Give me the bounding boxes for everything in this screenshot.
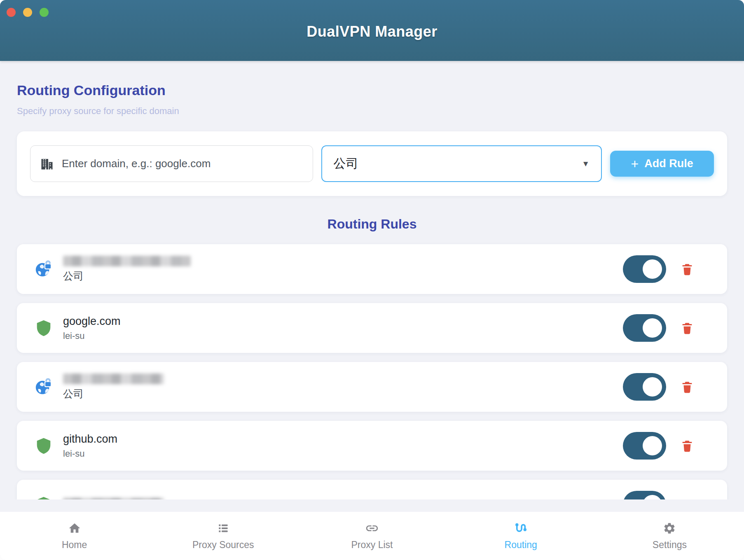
rules-heading: Routing Rules (17, 217, 727, 232)
rule-card: github.com lei-su (17, 421, 727, 471)
page-title: Routing Configuration (17, 82, 727, 98)
trash-icon[interactable] (680, 320, 694, 336)
rule-card (17, 480, 727, 499)
rule-proxy-label: 公司 (63, 387, 164, 401)
shield-icon (34, 495, 53, 500)
trash-icon[interactable] (680, 379, 694, 395)
link-icon (365, 521, 379, 535)
redacted-domain (63, 373, 164, 384)
redacted-domain (63, 256, 191, 266)
home-icon (68, 521, 81, 535)
nav-gap (0, 499, 744, 512)
close-window-button[interactable] (7, 8, 16, 17)
nav-item-settings[interactable]: Settings (595, 521, 744, 551)
rule-card: google.com lei-su (17, 303, 727, 353)
nav-item-home[interactable]: Home (0, 521, 149, 551)
minimize-window-button[interactable] (23, 8, 32, 17)
rule-card: 公司 (17, 362, 727, 412)
rule-card: 公司 (17, 244, 727, 294)
toggle-knob (643, 318, 662, 338)
rule-domain: github.com (63, 433, 117, 446)
page-subtitle: Specify proxy source for specific domain (17, 106, 727, 117)
rule-proxy-label: lei-su (63, 331, 121, 341)
nav-label: Home (62, 539, 87, 551)
list-icon (217, 521, 230, 535)
trash-icon[interactable] (680, 261, 694, 278)
chevron-down-icon: ▼ (582, 159, 590, 168)
nav-label: Proxy Sources (192, 539, 254, 551)
nav-label: Settings (653, 539, 687, 551)
globe-lock-icon (34, 260, 53, 279)
traffic-lights (7, 8, 49, 17)
rule-proxy-label: 公司 (63, 269, 191, 283)
proxy-select-value: 公司 (334, 155, 358, 172)
zoom-window-button[interactable] (40, 8, 49, 17)
rule-toggle[interactable] (623, 314, 666, 342)
routing-page: Routing Configuration Specify proxy sour… (0, 61, 744, 499)
plus-icon: + (631, 157, 639, 170)
add-rule-form: 公司 ▼ + Add Rule (17, 131, 727, 196)
window-title: DualVPN Manager (0, 23, 744, 40)
nav-label: Proxy List (351, 539, 393, 551)
bottom-nav: Home Proxy Sources Proxy List (0, 512, 744, 560)
rule-domain: google.com (63, 315, 121, 328)
add-rule-button[interactable]: + Add Rule (610, 151, 714, 177)
nav-item-routing[interactable]: Routing (447, 521, 595, 551)
toggle-knob (643, 259, 662, 279)
redacted-domain (63, 498, 164, 499)
proxy-source-select[interactable]: 公司 ▼ (321, 145, 602, 182)
route-icon (514, 521, 528, 535)
shield-icon (34, 319, 53, 338)
add-rule-label: Add Rule (644, 157, 693, 170)
rule-toggle[interactable] (623, 373, 666, 401)
building-icon (40, 156, 54, 171)
rule-toggle[interactable] (623, 491, 666, 499)
rule-toggle[interactable] (623, 432, 666, 460)
rule-proxy-label: lei-su (63, 448, 117, 459)
toggle-knob (643, 495, 662, 499)
domain-input[interactable] (62, 157, 304, 170)
nav-item-proxy-list[interactable]: Proxy List (297, 521, 446, 551)
toggle-knob (643, 436, 662, 455)
rule-toggle[interactable] (623, 255, 666, 283)
app-window: DualVPN Manager Routing Configuration Sp… (0, 0, 744, 560)
nav-label: Routing (505, 539, 537, 551)
shield-icon (34, 436, 53, 455)
nav-item-proxy-sources[interactable]: Proxy Sources (149, 521, 297, 551)
trash-icon[interactable] (680, 497, 694, 500)
toggle-knob (643, 377, 662, 397)
globe-lock-icon (34, 378, 53, 397)
gear-icon (663, 521, 676, 535)
domain-input-wrapper (30, 145, 313, 182)
title-bar: DualVPN Manager (0, 0, 744, 61)
trash-icon[interactable] (680, 438, 694, 454)
